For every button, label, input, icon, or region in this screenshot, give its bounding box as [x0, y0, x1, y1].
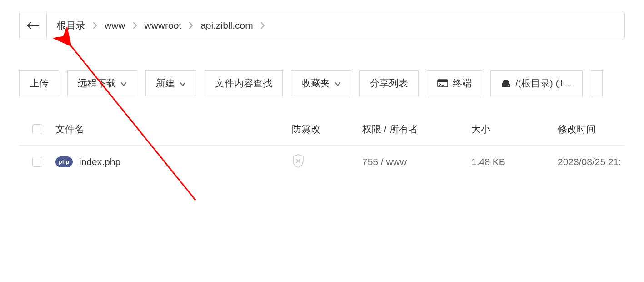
breadcrumb-item-www[interactable]: www [98, 13, 132, 38]
more-button[interactable] [591, 70, 603, 96]
header-tamper[interactable]: 防篡改 [292, 123, 362, 136]
terminal-button[interactable]: 终端 [427, 70, 482, 96]
table-header: 文件名 防篡改 权限 / 所有者 大小 修改时间 [19, 113, 625, 146]
new-button[interactable]: 新建 [145, 70, 196, 96]
button-label: 远程下载 [78, 77, 116, 90]
table-row[interactable]: php index.php 755 / www 1.48 KB 2023/08/… [19, 146, 625, 178]
row-checkbox[interactable] [32, 157, 42, 167]
shield-icon[interactable] [292, 154, 305, 171]
back-button[interactable] [20, 13, 47, 38]
arrow-left-icon [27, 22, 39, 29]
button-label: 分享列表 [370, 77, 408, 90]
terminal-icon [437, 79, 448, 87]
file-mtime: 2023/08/25 21: [558, 156, 625, 167]
favorites-button[interactable]: 收藏夹 [291, 70, 351, 96]
chevron-down-icon [120, 78, 127, 89]
select-all-checkbox[interactable] [32, 124, 42, 134]
content-search-button[interactable]: 文件内容查找 [205, 70, 283, 96]
upload-button[interactable]: 上传 [19, 70, 59, 96]
remote-download-button[interactable]: 远程下载 [67, 70, 137, 96]
file-table: 文件名 防篡改 权限 / 所有者 大小 修改时间 php index.php 7… [19, 113, 625, 178]
chevron-right-icon [260, 22, 266, 29]
svg-rect-1 [438, 80, 448, 82]
svg-point-4 [508, 85, 509, 86]
button-label: 收藏夹 [301, 77, 330, 90]
button-label: /(根目录) (1... [515, 77, 572, 90]
disk-icon [501, 79, 511, 88]
breadcrumb-item-wwwroot[interactable]: wwwroot [138, 13, 188, 38]
header-permission[interactable]: 权限 / 所有者 [362, 123, 471, 136]
toolbar: 上传 远程下载 新建 文件内容查找 收藏夹 分享列表 终端 [19, 70, 625, 96]
file-name: index.php [79, 156, 120, 167]
header-size[interactable]: 大小 [471, 123, 558, 136]
php-icon: php [55, 156, 73, 167]
button-label: 文件内容查找 [215, 77, 272, 90]
button-label: 上传 [30, 77, 49, 90]
button-label: 新建 [156, 77, 175, 90]
file-size: 1.48 KB [471, 156, 558, 167]
header-name[interactable]: 文件名 [55, 123, 292, 136]
chevron-right-icon [92, 22, 98, 29]
chevron-down-icon [180, 78, 186, 89]
chevron-down-icon [334, 78, 341, 89]
breadcrumb-bar: 根目录 www wwwroot api.zibll.com [19, 13, 625, 38]
disk-path-button[interactable]: /(根目录) (1... [490, 70, 583, 96]
chevron-right-icon [188, 22, 194, 29]
file-permission: 755 / www [362, 156, 471, 167]
breadcrumb-item-root[interactable]: 根目录 [50, 13, 92, 38]
chevron-right-icon [132, 22, 138, 29]
breadcrumb-item-domain[interactable]: api.zibll.com [194, 13, 260, 38]
header-mtime[interactable]: 修改时间 [558, 123, 625, 136]
share-list-button[interactable]: 分享列表 [359, 70, 419, 96]
breadcrumb: 根目录 www wwwroot api.zibll.com [47, 13, 270, 38]
button-label: 终端 [453, 77, 472, 90]
